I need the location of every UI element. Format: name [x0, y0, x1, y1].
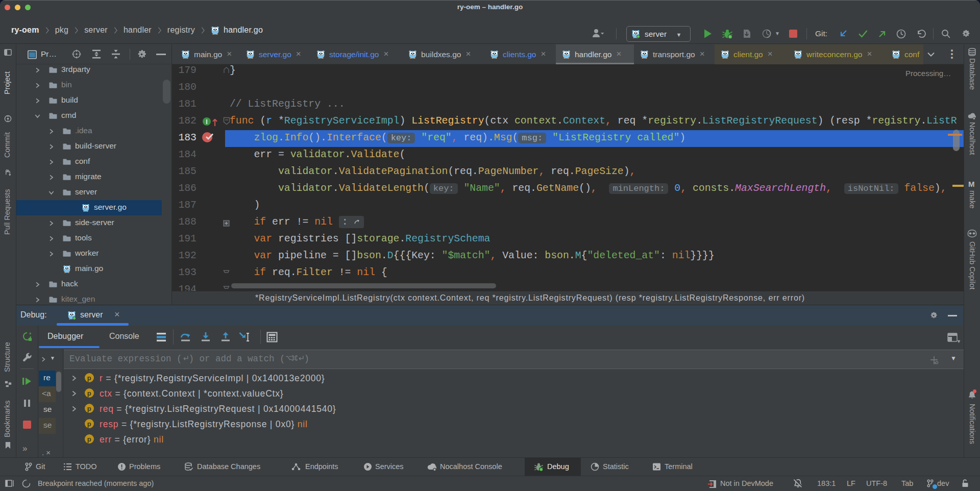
svg-text:p: p	[87, 389, 92, 397]
svg-text:p: p	[87, 420, 92, 428]
svg-text:p: p	[87, 435, 92, 443]
svg-text:p: p	[87, 405, 92, 412]
svg-text:p: p	[87, 374, 92, 382]
svg-text:I: I	[206, 118, 207, 126]
